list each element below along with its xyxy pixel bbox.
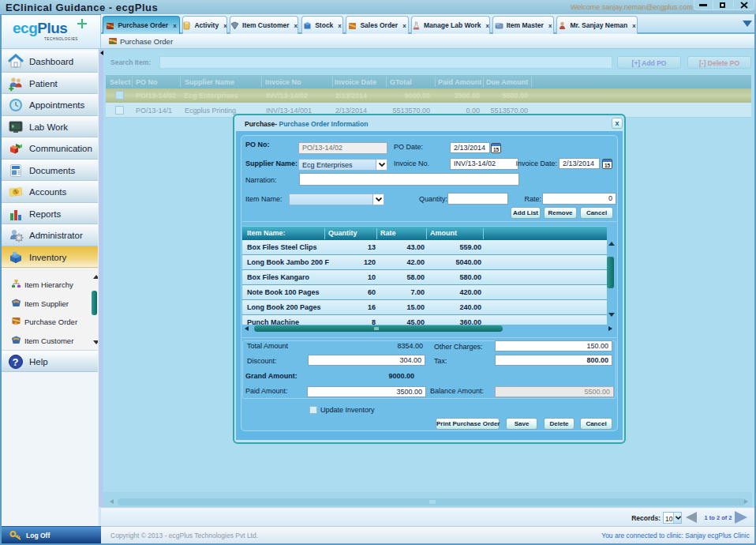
svg-text:?: ? — [13, 356, 19, 368]
